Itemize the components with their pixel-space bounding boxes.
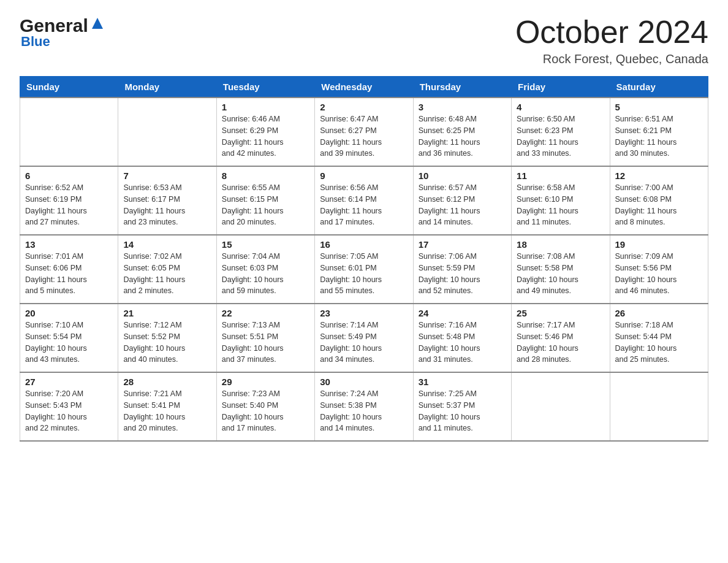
day-number: 23 xyxy=(320,308,408,318)
day-info: Sunrise: 6:55 AM Sunset: 6:15 PM Dayligh… xyxy=(222,182,309,228)
day-number: 13 xyxy=(25,239,113,250)
day-number: 12 xyxy=(615,170,703,181)
day-number: 7 xyxy=(123,170,211,181)
calendar-day-cell: 1Sunrise: 6:46 AM Sunset: 6:29 PM Daylig… xyxy=(216,98,314,166)
day-info: Sunrise: 7:16 AM Sunset: 5:48 PM Dayligh… xyxy=(419,320,506,366)
calendar-day-cell: 3Sunrise: 6:48 AM Sunset: 6:25 PM Daylig… xyxy=(413,98,511,166)
day-info: Sunrise: 7:12 AM Sunset: 5:52 PM Dayligh… xyxy=(123,320,211,366)
calendar-day-cell: 12Sunrise: 7:00 AM Sunset: 6:08 PM Dayli… xyxy=(610,166,708,235)
page-header: General Blue October 2024 Rock Forest, Q… xyxy=(20,15,708,66)
calendar-day-cell: 14Sunrise: 7:02 AM Sunset: 6:05 PM Dayli… xyxy=(118,235,216,304)
calendar-day-cell: 24Sunrise: 7:16 AM Sunset: 5:48 PM Dayli… xyxy=(413,304,511,372)
logo-general-text: General xyxy=(20,17,88,35)
day-number: 21 xyxy=(123,308,211,318)
calendar-day-header: Monday xyxy=(118,77,216,98)
day-info: Sunrise: 7:13 AM Sunset: 5:51 PM Dayligh… xyxy=(222,320,309,366)
calendar-day-cell xyxy=(20,98,118,166)
day-number: 16 xyxy=(320,239,408,250)
calendar-day-cell: 6Sunrise: 6:52 AM Sunset: 6:19 PM Daylig… xyxy=(20,166,118,235)
calendar-day-cell: 16Sunrise: 7:05 AM Sunset: 6:01 PM Dayli… xyxy=(315,235,413,304)
day-number: 15 xyxy=(222,239,309,250)
calendar-day-cell: 18Sunrise: 7:08 AM Sunset: 5:58 PM Dayli… xyxy=(512,235,610,304)
day-info: Sunrise: 7:14 AM Sunset: 5:49 PM Dayligh… xyxy=(320,320,408,366)
calendar-day-cell: 17Sunrise: 7:06 AM Sunset: 5:59 PM Dayli… xyxy=(413,235,511,304)
calendar-header-row: SundayMondayTuesdayWednesdayThursdayFrid… xyxy=(20,77,708,98)
calendar-week-row: 13Sunrise: 7:01 AM Sunset: 6:06 PM Dayli… xyxy=(20,235,708,304)
day-number: 11 xyxy=(517,170,604,181)
day-info: Sunrise: 7:09 AM Sunset: 5:56 PM Dayligh… xyxy=(615,251,703,297)
calendar-day-header: Saturday xyxy=(610,77,708,98)
calendar-week-row: 1Sunrise: 6:46 AM Sunset: 6:29 PM Daylig… xyxy=(20,98,708,166)
calendar-day-cell: 5Sunrise: 6:51 AM Sunset: 6:21 PM Daylig… xyxy=(610,98,708,166)
title-block: October 2024 Rock Forest, Quebec, Canada xyxy=(515,15,708,66)
calendar-day-cell: 15Sunrise: 7:04 AM Sunset: 6:03 PM Dayli… xyxy=(216,235,314,304)
calendar-week-row: 20Sunrise: 7:10 AM Sunset: 5:54 PM Dayli… xyxy=(20,304,708,372)
day-info: Sunrise: 7:00 AM Sunset: 6:08 PM Dayligh… xyxy=(615,182,703,228)
day-number: 22 xyxy=(222,308,309,318)
day-info: Sunrise: 7:21 AM Sunset: 5:41 PM Dayligh… xyxy=(123,388,211,434)
day-number: 8 xyxy=(222,170,309,181)
month-title: October 2024 xyxy=(515,15,708,50)
day-number: 6 xyxy=(25,170,113,181)
day-number: 20 xyxy=(25,308,113,318)
logo: General Blue xyxy=(20,15,104,50)
day-info: Sunrise: 7:08 AM Sunset: 5:58 PM Dayligh… xyxy=(517,251,604,297)
day-info: Sunrise: 7:02 AM Sunset: 6:05 PM Dayligh… xyxy=(123,251,211,297)
calendar-day-cell: 20Sunrise: 7:10 AM Sunset: 5:54 PM Dayli… xyxy=(20,304,118,372)
calendar-day-cell: 26Sunrise: 7:18 AM Sunset: 5:44 PM Dayli… xyxy=(610,304,708,372)
day-info: Sunrise: 6:50 AM Sunset: 6:23 PM Dayligh… xyxy=(517,113,604,159)
day-info: Sunrise: 7:24 AM Sunset: 5:38 PM Dayligh… xyxy=(320,388,408,434)
day-info: Sunrise: 6:58 AM Sunset: 6:10 PM Dayligh… xyxy=(517,182,604,228)
calendar-day-cell: 31Sunrise: 7:25 AM Sunset: 5:37 PM Dayli… xyxy=(413,372,511,441)
calendar-day-cell xyxy=(610,372,708,441)
calendar-table: SundayMondayTuesdayWednesdayThursdayFrid… xyxy=(20,76,708,442)
day-number: 9 xyxy=(320,170,408,181)
day-info: Sunrise: 6:51 AM Sunset: 6:21 PM Dayligh… xyxy=(615,113,703,159)
day-info: Sunrise: 7:25 AM Sunset: 5:37 PM Dayligh… xyxy=(419,388,506,434)
calendar-day-cell xyxy=(118,98,216,166)
day-number: 24 xyxy=(419,308,506,318)
calendar-day-cell: 22Sunrise: 7:13 AM Sunset: 5:51 PM Dayli… xyxy=(216,304,314,372)
day-number: 17 xyxy=(419,239,506,250)
calendar-day-header: Friday xyxy=(512,77,610,98)
calendar-day-cell: 30Sunrise: 7:24 AM Sunset: 5:38 PM Dayli… xyxy=(315,372,413,441)
calendar-day-header: Sunday xyxy=(20,77,118,98)
day-number: 5 xyxy=(615,102,703,112)
svg-marker-0 xyxy=(92,18,103,29)
calendar-day-cell: 11Sunrise: 6:58 AM Sunset: 6:10 PM Dayli… xyxy=(512,166,610,235)
logo-blue-text: Blue xyxy=(21,34,50,50)
day-number: 4 xyxy=(517,102,604,112)
day-info: Sunrise: 6:57 AM Sunset: 6:12 PM Dayligh… xyxy=(419,182,506,228)
day-number: 1 xyxy=(222,102,309,112)
day-info: Sunrise: 7:10 AM Sunset: 5:54 PM Dayligh… xyxy=(25,320,113,366)
day-number: 30 xyxy=(320,377,408,387)
day-info: Sunrise: 7:05 AM Sunset: 6:01 PM Dayligh… xyxy=(320,251,408,297)
calendar-day-cell: 19Sunrise: 7:09 AM Sunset: 5:56 PM Dayli… xyxy=(610,235,708,304)
day-number: 19 xyxy=(615,239,703,250)
day-info: Sunrise: 7:18 AM Sunset: 5:44 PM Dayligh… xyxy=(615,320,703,366)
day-info: Sunrise: 6:56 AM Sunset: 6:14 PM Dayligh… xyxy=(320,182,408,228)
day-info: Sunrise: 6:46 AM Sunset: 6:29 PM Dayligh… xyxy=(222,113,309,159)
calendar-day-cell xyxy=(512,372,610,441)
calendar-day-cell: 25Sunrise: 7:17 AM Sunset: 5:46 PM Dayli… xyxy=(512,304,610,372)
day-number: 29 xyxy=(222,377,309,387)
day-info: Sunrise: 7:23 AM Sunset: 5:40 PM Dayligh… xyxy=(222,388,309,434)
calendar-day-cell: 28Sunrise: 7:21 AM Sunset: 5:41 PM Dayli… xyxy=(118,372,216,441)
day-info: Sunrise: 7:04 AM Sunset: 6:03 PM Dayligh… xyxy=(222,251,309,297)
day-number: 3 xyxy=(419,102,506,112)
location-text: Rock Forest, Quebec, Canada xyxy=(515,52,708,66)
day-number: 26 xyxy=(615,308,703,318)
day-info: Sunrise: 7:20 AM Sunset: 5:43 PM Dayligh… xyxy=(25,388,113,434)
day-number: 10 xyxy=(419,170,506,181)
calendar-day-cell: 29Sunrise: 7:23 AM Sunset: 5:40 PM Dayli… xyxy=(216,372,314,441)
calendar-day-cell: 13Sunrise: 7:01 AM Sunset: 6:06 PM Dayli… xyxy=(20,235,118,304)
day-info: Sunrise: 6:48 AM Sunset: 6:25 PM Dayligh… xyxy=(419,113,506,159)
day-info: Sunrise: 7:06 AM Sunset: 5:59 PM Dayligh… xyxy=(419,251,506,297)
day-number: 18 xyxy=(517,239,604,250)
day-number: 25 xyxy=(517,308,604,318)
logo-triangle-icon xyxy=(91,15,104,33)
day-number: 31 xyxy=(419,377,506,387)
calendar-day-header: Wednesday xyxy=(315,77,413,98)
calendar-day-cell: 7Sunrise: 6:53 AM Sunset: 6:17 PM Daylig… xyxy=(118,166,216,235)
calendar-week-row: 27Sunrise: 7:20 AM Sunset: 5:43 PM Dayli… xyxy=(20,372,708,441)
